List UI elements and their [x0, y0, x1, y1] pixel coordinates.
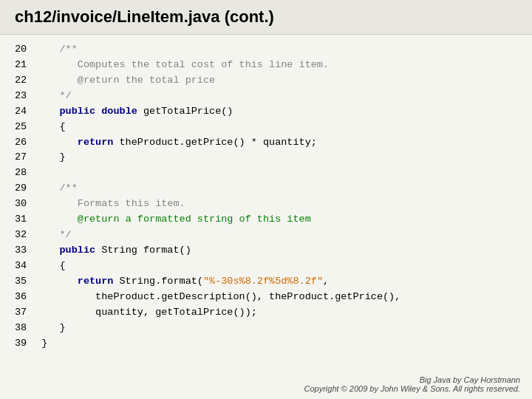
code-table: 20 /**21 Computes the total cost of this…	[15, 42, 400, 351]
code-line: public double getTotalPrice()	[41, 104, 400, 120]
code-line: {	[41, 120, 400, 135]
code-line: */	[41, 89, 400, 104]
table-row: 34 {	[15, 259, 400, 274]
code-token: @return	[78, 75, 120, 86]
table-row: 39}	[15, 336, 400, 352]
code-token: the total price	[120, 75, 216, 86]
code-line: /**	[41, 42, 400, 58]
code-token	[41, 245, 59, 256]
table-row: 37 quantity, getTotalPrice());	[15, 305, 400, 321]
code-token: "%-30s%8.2f%5d%8.2f"	[203, 276, 323, 287]
code-line: }	[41, 336, 400, 352]
code-token: }	[41, 338, 47, 349]
code-token	[41, 75, 78, 86]
code-token: return	[78, 137, 114, 148]
page-title: ch12/invoice/LineItem.java (cont.)	[15, 7, 517, 27]
code-token	[41, 198, 78, 209]
table-row: 38 }	[15, 321, 400, 336]
line-number: 33	[15, 243, 41, 259]
line-number: 31	[15, 212, 41, 228]
line-number: 27	[15, 150, 41, 166]
code-token: Formats this item.	[78, 198, 185, 209]
table-row: 29 /**	[15, 181, 400, 197]
line-number: 23	[15, 89, 41, 104]
code-token: a formatted string of this item	[120, 214, 311, 225]
line-number: 30	[15, 197, 41, 212]
table-row: 31 @return a formatted string of this it…	[15, 212, 400, 228]
title-bar: ch12/invoice/LineItem.java (cont.)	[0, 0, 532, 35]
code-token: @return	[78, 214, 120, 225]
code-line: return theProduct.getPrice() * quantity;	[41, 135, 400, 151]
footer-line1: Big Java by Cay Horstmann	[0, 375, 520, 384]
code-token: /**	[41, 44, 78, 55]
code-line: Computes the total cost of this line ite…	[41, 58, 400, 73]
table-row: 32 */	[15, 228, 400, 243]
table-row: 25 {	[15, 120, 400, 135]
code-area: 20 /**21 Computes the total cost of this…	[0, 35, 532, 371]
line-number: 25	[15, 120, 41, 135]
code-line	[41, 166, 400, 181]
code-token: public	[60, 106, 96, 117]
line-number: 28	[15, 166, 41, 181]
table-row: 23 */	[15, 89, 400, 104]
table-row: 24 public double getTotalPrice()	[15, 104, 400, 120]
code-token	[41, 137, 78, 148]
code-token: quantity, getTotalPrice());	[41, 307, 257, 318]
table-row: 36 theProduct.getDescription(), theProdu…	[15, 290, 400, 305]
line-number: 37	[15, 305, 41, 321]
code-token: theProduct.getDescription(), theProduct.…	[41, 291, 400, 302]
code-token: }	[41, 151, 65, 163]
table-row: 35 return String.format("%-30s%8.2f%5d%8…	[15, 274, 400, 290]
code-line: }	[41, 150, 400, 166]
code-line: theProduct.getDescription(), theProduct.…	[41, 290, 400, 305]
code-token: String format()	[95, 245, 191, 256]
code-token: }	[41, 322, 65, 333]
line-number: 32	[15, 228, 41, 243]
code-token: public	[60, 245, 96, 256]
code-token: double	[101, 106, 137, 117]
table-row: 21 Computes the total cost of this line …	[15, 58, 400, 73]
code-line: Formats this item.	[41, 197, 400, 212]
line-number: 26	[15, 135, 41, 151]
code-token: the total cost of this line item.	[126, 59, 329, 70]
code-line: @return the total price	[41, 73, 400, 89]
code-token	[41, 106, 59, 117]
line-number: 34	[15, 259, 41, 274]
code-token	[41, 276, 78, 287]
code-token: {	[41, 260, 65, 271]
line-number: 36	[15, 290, 41, 305]
code-token: {	[41, 121, 65, 132]
table-row: 26 return theProduct.getPrice() * quanti…	[15, 135, 400, 151]
line-number: 39	[15, 336, 41, 352]
code-token: Computes	[78, 59, 126, 70]
code-line: */	[41, 228, 400, 243]
code-token: return	[78, 276, 114, 287]
code-line: /**	[41, 181, 400, 197]
code-line: }	[41, 321, 400, 336]
table-row: 22 @return the total price	[15, 73, 400, 89]
line-number: 24	[15, 104, 41, 120]
code-line: {	[41, 259, 400, 274]
line-number: 35	[15, 274, 41, 290]
code-token: */	[41, 90, 72, 101]
table-row: 28	[15, 166, 400, 181]
code-line: quantity, getTotalPrice());	[41, 305, 400, 321]
code-token: */	[41, 229, 72, 240]
code-token: ,	[323, 276, 329, 287]
code-token: theProduct.getPrice() * quantity;	[113, 137, 316, 148]
line-number: 20	[15, 42, 41, 58]
code-token: getTotalPrice()	[137, 106, 233, 117]
page: ch12/invoice/LineItem.java (cont.) 20 /*…	[0, 0, 532, 399]
line-number: 29	[15, 181, 41, 197]
code-token: /**	[41, 183, 78, 194]
line-number: 38	[15, 321, 41, 336]
code-line: return String.format("%-30s%8.2f%5d%8.2f…	[41, 274, 400, 290]
line-number: 22	[15, 73, 41, 89]
table-row: 33 public String format()	[15, 243, 400, 259]
line-number: 21	[15, 58, 41, 73]
code-token	[41, 59, 78, 70]
table-row: 27 }	[15, 150, 400, 166]
code-line: @return a formatted string of this item	[41, 212, 400, 228]
code-token: String.format(	[113, 276, 203, 287]
footer-line2: Copyright © 2009 by John Wiley & Sons. A…	[0, 384, 520, 393]
